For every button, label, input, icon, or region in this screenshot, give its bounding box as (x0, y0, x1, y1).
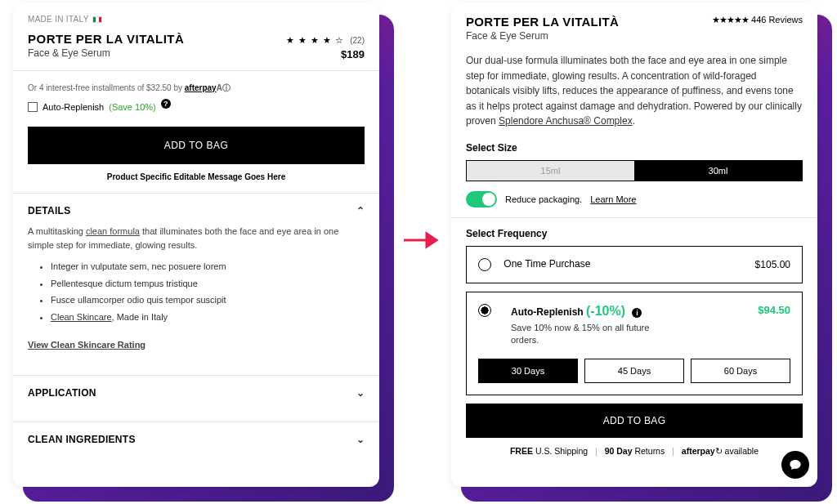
bullet-item: Clean Skincare, Made in Italy (51, 310, 365, 324)
arrow-icon (404, 230, 440, 253)
product-description: Our dual-use formula illuminates both th… (466, 53, 803, 129)
period-30[interactable]: 30 Days (478, 359, 578, 383)
add-to-bag-button[interactable]: ADD TO BAG (28, 127, 365, 164)
bullet-item: Integer in vulputate sem, nec posuere lo… (51, 260, 365, 274)
afterpay-symbol: Aⓘ (217, 83, 231, 92)
onetime-option[interactable]: One Time Purchase $105.00 (466, 246, 803, 283)
separator: | (595, 446, 598, 456)
radio-unchecked-icon[interactable] (478, 258, 491, 271)
r-product-subtitle: Face & Eye Serum (466, 30, 619, 42)
bullet3-post: , Made in Italy (112, 312, 168, 322)
autoreplenish-option[interactable]: Auto-Replenish (-10%) i Save 10% now & 1… (466, 292, 803, 395)
size-label: Select Size (466, 142, 803, 154)
onetime-left: One Time Purchase (478, 258, 590, 271)
toggle-knob (482, 193, 495, 206)
footer-line: FREE U.S. Shipping | 90 Day Returns | af… (466, 446, 803, 456)
size-selector: 15ml 30ml (466, 160, 803, 181)
footer-returns: Returns (633, 446, 665, 456)
accordion-application: APPLICATION ⌄ (13, 375, 379, 410)
header-row: PORTE PER LA VITALITÀ Face & Eye Serum ★… (28, 32, 365, 60)
autoreplenish-label: Auto-Replenish (43, 102, 104, 112)
accordion-ingredients-title: CLEAN INGREDIENTS (28, 434, 136, 445)
ar-left: Auto-Replenish (-10%) i Save 10% now & 1… (478, 304, 674, 347)
r-reviews-block[interactable]: ★★★★★ 446 Reviews (712, 15, 803, 25)
divider (451, 217, 817, 218)
radio-checked-icon[interactable] (478, 304, 491, 317)
footer-ship: U.S. Shipping (533, 446, 588, 456)
ar-title: Auto-Replenish (511, 306, 586, 318)
onetime-price: $105.00 (755, 259, 790, 270)
product-message: Product Specific Editable Message Goes H… (28, 172, 365, 181)
accordion-details-header[interactable]: DETAILS ⌃ (28, 205, 365, 216)
autoreplenish-checkbox[interactable] (28, 102, 38, 112)
details-body-pre: A multitasking (28, 226, 86, 236)
footer-free: FREE (510, 446, 533, 456)
footer-90: 90 Day (605, 446, 633, 456)
star-icons: ★ ★ ★ ★ ☆ (286, 35, 344, 45)
r-add-to-bag-button[interactable]: ADD TO BAG (466, 404, 803, 438)
product-title: PORTE PER LA VITALITÀ (28, 32, 184, 46)
rating-row[interactable]: ★ ★ ★ ★ ☆ (22) (286, 32, 365, 47)
size-option-15ml: 15ml (467, 161, 634, 181)
panel-before: MADE IN ITALY PORTE PER LA VITALITÀ Face… (13, 3, 379, 487)
chevron-down-icon: ⌄ (356, 387, 365, 399)
complex-link[interactable]: Splendore Anchusa® Complex (499, 115, 633, 127)
accordion-application-header[interactable]: APPLICATION ⌄ (28, 387, 365, 399)
ar-head-row: Auto-Replenish (-10%) i Save 10% now & 1… (478, 304, 790, 347)
chat-button[interactable] (781, 451, 809, 479)
title-block: PORTE PER LA VITALITÀ Face & Eye Serum (28, 32, 184, 59)
r-header-row: PORTE PER LA VITALITÀ Face & Eye Serum ★… (466, 15, 803, 42)
afterpay-prefix: Or 4 interest-free installments of $32.5… (28, 83, 185, 92)
r-review-count: 446 Reviews (751, 15, 803, 25)
chevron-down-icon: ⌄ (356, 434, 365, 445)
ar-sub: Save 10% now & 15% on all future orders. (511, 322, 674, 347)
packaging-toggle-row: Reduce packaging. Learn More (466, 191, 803, 207)
r-product-title: PORTE PER LA VITALITÀ (466, 15, 619, 29)
accordion-details-body: A multitasking clean formula that illumi… (28, 225, 365, 352)
ar-discount: (-10%) (586, 304, 625, 318)
bullet-item: Fusce ullamcorper odio quis tempor susci… (51, 293, 365, 307)
onetime-label: One Time Purchase (504, 258, 590, 270)
accordion-details-title: DETAILS (28, 205, 71, 216)
info-icon[interactable]: ? (161, 99, 171, 109)
afterpay-loop-icon: ↻ (715, 446, 723, 456)
afterpay-logo[interactable]: afterpay (185, 83, 217, 92)
star-icons: ★★★★★ (712, 15, 749, 25)
afterpay-line: Or 4 interest-free installments of $32.5… (28, 83, 365, 94)
packaging-toggle[interactable] (466, 191, 497, 207)
italy-flag-icon (92, 16, 102, 23)
size-option-30ml[interactable]: 30ml (634, 161, 802, 181)
ar-text-block: Auto-Replenish (-10%) i Save 10% now & 1… (511, 304, 674, 347)
accordion-details: DETAILS ⌃ A multitasking clean formula t… (13, 193, 379, 364)
desc-post: . (633, 115, 635, 127)
ar-price: $94.50 (758, 304, 790, 316)
period-60[interactable]: 60 Days (691, 359, 790, 383)
toggle-text: Reduce packaging. (505, 194, 582, 204)
rating-price-block: ★ ★ ★ ★ ☆ (22) $189 (286, 32, 365, 60)
made-in-text: MADE IN ITALY (28, 15, 89, 24)
accordion-ingredients: CLEAN INGREDIENTS ⌄ (13, 421, 379, 457)
autoreplenish-save: (Save 10%) (109, 102, 155, 112)
review-count: (22) (350, 36, 365, 45)
footer-afterpay[interactable]: afterpay (682, 446, 715, 456)
divider (13, 70, 379, 71)
separator: | (672, 446, 674, 456)
clean-skincare-link[interactable]: Clean Skincare (51, 312, 112, 322)
made-in-label: MADE IN ITALY (28, 15, 365, 24)
info-icon[interactable]: i (632, 308, 642, 318)
ar-title-row: Auto-Replenish (-10%) i (511, 304, 674, 319)
chat-icon (789, 458, 802, 471)
view-rating-link[interactable]: View Clean Skincare Rating (28, 338, 145, 352)
clean-formula-link[interactable]: clean formula (86, 226, 140, 236)
comparison-stage: MADE IN ITALY PORTE PER LA VITALITÀ Face… (0, 0, 837, 504)
footer-avail: available (723, 446, 759, 456)
panel-after: PORTE PER LA VITALITÀ Face & Eye Serum ★… (451, 3, 817, 487)
chevron-up-icon: ⌃ (356, 205, 365, 216)
autoreplenish-row[interactable]: Auto-Replenish (Save 10%) ? (28, 102, 365, 112)
accordion-application-title: APPLICATION (28, 387, 96, 399)
accordion-ingredients-header[interactable]: CLEAN INGREDIENTS ⌄ (28, 434, 365, 445)
details-bullets: Integer in vulputate sem, nec posuere lo… (51, 260, 365, 323)
frequency-label: Select Frequency (466, 228, 803, 239)
learn-more-link[interactable]: Learn More (590, 194, 636, 204)
period-45[interactable]: 45 Days (584, 359, 684, 383)
